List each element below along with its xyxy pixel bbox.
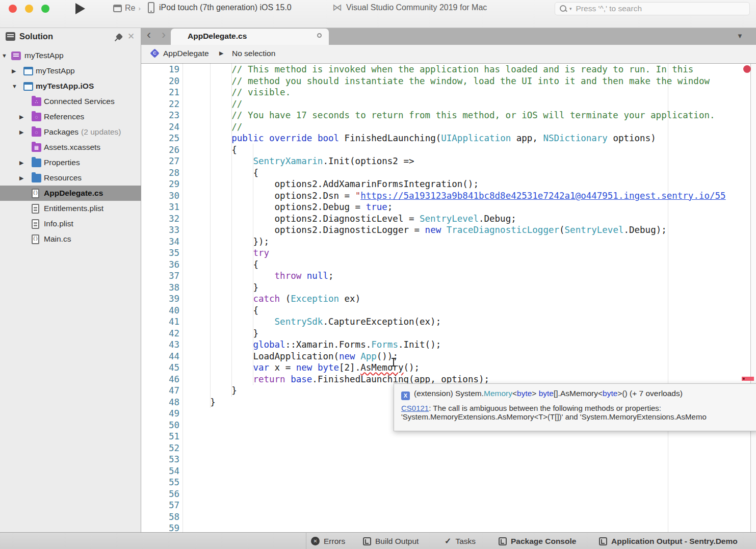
code-line-22[interactable]: 22 // [141,98,756,110]
navigate-back-button[interactable]: ‹ [147,28,151,42]
file-cs-icon: {} [32,234,39,244]
tree-item-properties[interactable]: ▶Properties [0,155,141,170]
line-number: 44 [141,351,179,362]
tasks-check-icon: ✓ [445,536,451,546]
code-line-34[interactable]: 34 }); [141,236,756,248]
code-line-54[interactable]: 54 [141,465,756,477]
code-line-43[interactable]: 43 global::Xamarin.Forms.Forms.Init(); [141,339,756,351]
window-title: ⋈ Visual Studio Community 2019 for Mac [332,3,487,12]
mouse-ibeam-cursor [392,358,396,367]
code-editor[interactable]: 19 // This method is invoked when the ap… [141,64,756,532]
breadcrumb-class[interactable]: AppDelegate [163,49,209,58]
code-line-39[interactable]: 39 catch (Exception ex) [141,293,756,305]
expand-icon[interactable]: ▶ [19,160,23,166]
tab-close-circle-icon[interactable] [317,33,322,38]
expand-icon[interactable]: ▶ [12,68,16,74]
code-line-23[interactable]: 23 // You have 17 seconds to return from… [141,110,756,121]
code-line-40[interactable]: 40 { [141,305,756,317]
code-line-53[interactable]: 53 [141,454,756,465]
tree-item-entitlements-plist[interactable]: Entitlements.plist [0,201,141,216]
code-text: // This method is invoked when the appli… [189,64,693,75]
code-line-32[interactable]: 32 options2.DiagnosticLevel = SentryLeve… [141,213,756,225]
code-line-25[interactable]: 25 public override bool FinishedLaunchin… [141,133,756,144]
tree-item-mytestapp[interactable]: ▶myTestApp [0,63,141,79]
error-code-link[interactable]: CS0121 [401,404,429,412]
statusbar-item-application-output-sentry-demo[interactable]: Application Output - Sentry.Demo [599,533,738,549]
navigate-forward-button[interactable]: › [162,28,166,42]
tree-item-appdelegate-cs[interactable]: {}AppDelegate.cs [0,186,141,201]
pin-icon[interactable] [116,33,123,40]
code-line-51[interactable]: 51 [141,431,756,442]
code-line-42[interactable]: 42 } [141,328,756,339]
line-number: 56 [141,488,179,500]
device-selector[interactable]: iPod touch (7th generation) iOS 15.0 [148,2,292,13]
statusbar-item-errors[interactable]: Errors [311,533,345,549]
expand-icon[interactable]: ▶ [19,175,23,181]
code-line-33[interactable]: 33 options2.DiagnosticLogger = new Trace… [141,224,756,236]
breadcrumb-selection[interactable]: No selection [232,49,275,58]
statusbar-item-build-output[interactable]: Build Output [363,533,419,549]
scrollbar-error-marker[interactable] [742,377,754,381]
scrollbar[interactable] [750,64,756,532]
code-line-36[interactable]: 36 { [141,259,756,271]
code-line-27[interactable]: 27 SentryXamarin.Init(options2 => [141,155,756,167]
zoom-window-button[interactable] [41,5,49,13]
file-errors-indicator-icon[interactable] [743,65,751,73]
tree-item-label: Connected Services [44,97,115,106]
code-line-38[interactable]: 38 } [141,282,756,294]
expand-icon[interactable]: ▶ [19,129,23,136]
code-line-30[interactable]: 30 options2.Dsn = "https://5a193123a9b84… [141,190,756,202]
statusbar-item-tasks[interactable]: ✓Tasks [445,533,476,549]
code-line-21[interactable]: 21 // visible. [141,87,756,98]
expand-icon[interactable]: ▶ [19,114,23,120]
code-line-56[interactable]: 56 [141,488,756,500]
tree-item-connected-services[interactable]: ∴Connected Services [0,94,141,109]
tab-appdelegate[interactable]: AppDelegate.cs [171,29,329,45]
console-pad-icon [499,537,507,545]
close-icon[interactable]: ✕ [127,31,135,42]
minimize-window-button[interactable] [25,5,33,13]
code-line-29[interactable]: 29 options2.AddXamarinFormsIntegration()… [141,178,756,190]
code-line-31[interactable]: 31 options2.Debug = true; [141,201,756,213]
tree-item-mytestapp[interactable]: ▼myTestApp [0,48,141,63]
run-button[interactable] [75,3,85,14]
tree-item-resources[interactable]: ▶Resources [0,170,141,186]
code-line-45[interactable]: 45 var x = new byte[2].AsMemory(); [141,362,756,374]
code-line-37[interactable]: 37 throw null; [141,270,756,282]
code-text: options2.AddXamarinFormsIntegration(); [189,178,479,190]
code-line-20[interactable]: 20 // method you should instantiate the … [141,75,756,87]
close-window-button[interactable] [9,5,17,13]
code-line-58[interactable]: 58 [141,511,756,523]
code-line-28[interactable]: 28 { [141,167,756,179]
code-line-44[interactable]: 44 LoadApplication(new App()); [141,351,756,362]
tree-item-info-plist[interactable]: Info.plist [0,216,141,231]
tab-list-dropdown-icon[interactable]: ▼ [737,32,743,40]
line-number: 49 [141,408,179,420]
code-line-55[interactable]: 55 [141,477,756,488]
file-plist-icon [32,204,39,214]
code-line-59[interactable]: 59 [141,522,756,532]
tree-item-assets-xcassets[interactable]: ▦Assets.xcassets [0,140,141,155]
collapse-icon[interactable]: ▼ [2,53,7,59]
collapse-icon[interactable]: ▼ [12,83,17,89]
code-line-57[interactable]: 57 [141,500,756,511]
tree-item-packages[interactable]: ▶◌Packages(2 updates) [0,124,141,140]
code-line-35[interactable]: 35 try [141,247,756,259]
tree-item-main-cs[interactable]: {}Main.cs [0,231,141,247]
tree-item-references[interactable]: ▶◌References [0,109,141,124]
line-number: 46 [141,374,179,385]
code-line-24[interactable]: 24 // [141,121,756,133]
code-text: throw null; [189,270,334,282]
configuration-selector[interactable]: Re › [113,4,141,13]
file-plist-icon [32,219,39,229]
tree-item-mytestapp-ios[interactable]: ▼myTestApp.iOS [0,79,141,94]
search-input[interactable]: ▾ Press '^,' to search [555,2,750,15]
code-line-41[interactable]: 41 SentrySdk.CaptureException(ex); [141,316,756,328]
code-line-26[interactable]: 26 { [141,144,756,156]
code-line-52[interactable]: 52 [141,442,756,454]
code-text: // [189,121,242,133]
code-text: { [189,167,258,179]
code-line-19[interactable]: 19 // This method is invoked when the ap… [141,64,756,75]
statusbar-item-package-console[interactable]: Package Console [499,533,576,549]
status-bar: ErrorsBuild Output✓TasksPackage ConsoleA… [0,532,756,549]
